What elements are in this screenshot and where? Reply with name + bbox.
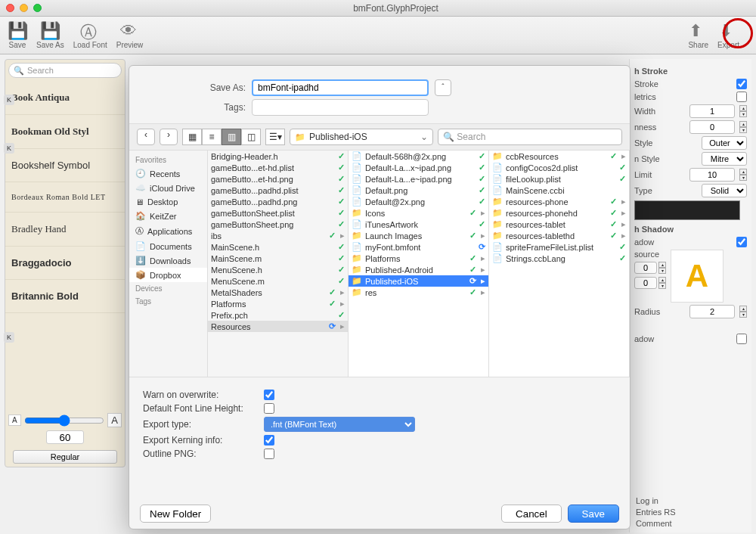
join-style-select[interactable]: Mitre bbox=[702, 152, 747, 166]
stroke-width-field[interactable] bbox=[689, 104, 735, 118]
sidebar: Favorites 🕘 Recents ☁️ iCloud Drive 🖥 De… bbox=[129, 151, 208, 377]
stepper-down[interactable]: ▾ bbox=[739, 111, 747, 117]
save-as-field[interactable] bbox=[252, 79, 429, 96]
warn-overwrite-toggle[interactable] bbox=[264, 390, 274, 400]
cancel-button[interactable]: Cancel bbox=[501, 505, 562, 523]
column-2: Default-568h@2x.png✓ Default-La...x~ipad… bbox=[349, 151, 489, 377]
shadow-y-field[interactable] bbox=[634, 277, 657, 289]
font-search-input[interactable]: 🔍Search bbox=[8, 63, 122, 78]
export-type-select[interactable]: .fnt (BMFont Text) bbox=[264, 417, 415, 432]
search-icon: 🔍 bbox=[443, 132, 454, 142]
view-list-button[interactable]: ≡ bbox=[202, 129, 222, 145]
shadow-radius-field[interactable] bbox=[689, 305, 735, 318]
toolbar-save-as[interactable]: 💾Save As bbox=[36, 21, 64, 49]
search-icon: 🔍 bbox=[14, 66, 24, 76]
stroke-style-select[interactable]: Outer bbox=[702, 136, 747, 150]
font-list-item[interactable]: Bordeaux Roman Bold LET bbox=[5, 182, 125, 213]
default-line-height-toggle[interactable] bbox=[264, 403, 274, 414]
sidebar-dropbox[interactable]: 📦 Dropbox bbox=[129, 268, 207, 282]
sidebar-icloud[interactable]: ☁️ iCloud Drive bbox=[129, 181, 207, 195]
stepper-up[interactable]: ▴ bbox=[739, 105, 747, 111]
toolbar-preview[interactable]: 👁Preview bbox=[116, 21, 144, 49]
view-mode-segmented: ▦ ≡ ▥ ◫ bbox=[182, 129, 261, 145]
chevron-updown-icon: ⌄ bbox=[420, 132, 428, 142]
save-as-icon: 💾 bbox=[40, 21, 60, 41]
section-shadow: h Shadow bbox=[634, 225, 747, 234]
collapse-dialog-button[interactable]: ˆ bbox=[435, 79, 451, 96]
location-popup[interactable]: Published-iOS ⌄ bbox=[290, 129, 433, 145]
view-columns-button[interactable]: ▥ bbox=[222, 129, 241, 145]
font-size-slider[interactable] bbox=[24, 414, 105, 427]
sidebar-recents[interactable]: 🕘 Recents bbox=[129, 166, 207, 181]
selected-row[interactable]: Published-iOS⟳▸ bbox=[349, 275, 488, 287]
section-stroke: h Stroke bbox=[634, 67, 747, 76]
preview-icon: 👁 bbox=[120, 21, 140, 41]
share-icon: ⬆︎ bbox=[689, 21, 708, 41]
shadow-preview: A bbox=[671, 250, 723, 303]
fill-type-select[interactable]: Solid bbox=[702, 184, 747, 197]
font-list-item[interactable]: Bradley Hand bbox=[5, 213, 125, 247]
window-title: bmFont.GlyphProject bbox=[42, 3, 750, 14]
shadow-x-field[interactable] bbox=[634, 262, 657, 274]
close-window-button[interactable] bbox=[6, 4, 14, 12]
export-icon: ⬇︎ bbox=[719, 21, 739, 41]
font-style-button[interactable]: Regular bbox=[13, 450, 117, 464]
nness-field[interactable] bbox=[689, 120, 735, 134]
sidebar-desktop[interactable]: 🖥 Desktop bbox=[129, 195, 207, 209]
column-1: Bridging-Header.h✓ gameButto...et-hd.pli… bbox=[208, 151, 349, 377]
folder-icon bbox=[295, 132, 305, 142]
inner-shadow-toggle[interactable] bbox=[736, 334, 747, 344]
sidebar-downloads[interactable]: ⬇️ Downloads bbox=[129, 253, 207, 268]
sidebar-home[interactable]: 🏠 KeitZer bbox=[129, 209, 207, 223]
shadow-toggle[interactable] bbox=[736, 237, 747, 247]
view-gallery-button[interactable]: ◫ bbox=[241, 129, 261, 145]
titlebar: bmFont.GlyphProject bbox=[0, 0, 756, 17]
font-badge: K bbox=[4, 95, 14, 105]
metrics-toggle[interactable] bbox=[736, 92, 747, 102]
limit-field[interactable] bbox=[689, 168, 735, 182]
export-kerning-toggle[interactable] bbox=[264, 435, 274, 446]
window-traffic-lights bbox=[6, 4, 42, 12]
font-list-item[interactable]: Bookman Old Styl bbox=[5, 115, 125, 149]
size-preview-small: A bbox=[8, 414, 21, 426]
file-browser-toolbar: ‹ › ▦ ≡ ▥ ◫ ☰▾ Published-iOS ⌄ 🔍 Search bbox=[129, 123, 630, 151]
toolbar-load-font[interactable]: ⒶLoad Font bbox=[73, 21, 107, 49]
load-font-icon: Ⓐ bbox=[80, 21, 100, 41]
dialog-footer: New Folder Cancel Save bbox=[129, 505, 630, 523]
font-size-field[interactable] bbox=[46, 430, 84, 444]
export-options: Warn on overwrite: Default Font Line Hei… bbox=[129, 377, 630, 471]
column-3: ccbResources✓▸ configCocos2d.plist✓ file… bbox=[489, 151, 630, 377]
font-list-item[interactable]: Braggadocio bbox=[5, 247, 125, 280]
toolbar-export[interactable]: ⬇︎Export bbox=[717, 21, 739, 49]
new-folder-button[interactable]: New Folder bbox=[140, 505, 211, 523]
stroke-toggle[interactable] bbox=[736, 79, 747, 89]
outline-png-toggle[interactable] bbox=[264, 449, 274, 459]
group-by-button[interactable]: ☰▾ bbox=[265, 129, 285, 145]
tags-field[interactable] bbox=[252, 99, 429, 116]
font-badge: K bbox=[4, 332, 14, 343]
size-preview-large: A bbox=[107, 413, 122, 427]
toolbar-save[interactable]: 💾Save bbox=[8, 21, 27, 49]
stroke-color-swatch[interactable] bbox=[634, 200, 740, 220]
tags-label: Tags: bbox=[143, 102, 246, 113]
file-browser: Favorites 🕘 Recents ☁️ iCloud Drive 🖥 De… bbox=[129, 151, 630, 377]
file-search-input[interactable]: 🔍 Search bbox=[438, 129, 622, 145]
minimize-window-button[interactable] bbox=[20, 4, 28, 12]
save-icon: 💾 bbox=[8, 21, 27, 41]
sidebar-applications[interactable]: Ⓐ Applications bbox=[129, 223, 207, 239]
main-toolbar: 💾Save 💾Save As ⒶLoad Font 👁Preview ⬆︎Sha… bbox=[0, 17, 756, 54]
save-as-label: Save As: bbox=[143, 82, 246, 93]
save-button[interactable]: Save bbox=[568, 505, 619, 523]
view-icon-button[interactable]: ▦ bbox=[182, 129, 202, 145]
toolbar-share[interactable]: ⬆︎Share bbox=[688, 21, 708, 49]
font-badge: K bbox=[4, 143, 14, 154]
zoom-window-button[interactable] bbox=[33, 4, 42, 12]
font-list-item[interactable]: Book Antiqua bbox=[5, 81, 125, 115]
inspector-panel: h Stroke Stroke letrics Width▴▾ nness▴▾ … bbox=[629, 59, 751, 532]
font-list-item[interactable]: Bookshelf Symbol bbox=[5, 149, 125, 182]
nav-back-button[interactable]: ‹ bbox=[137, 129, 155, 145]
save-dialog: Save As: ˆ Tags: ‹ › ▦ ≡ ▥ ◫ ☰▾ Publishe… bbox=[129, 65, 631, 529]
font-list-item[interactable]: Britannic Bold bbox=[5, 280, 125, 313]
sidebar-documents[interactable]: 📄 Documents bbox=[129, 239, 207, 253]
nav-forward-button[interactable]: › bbox=[160, 129, 178, 145]
